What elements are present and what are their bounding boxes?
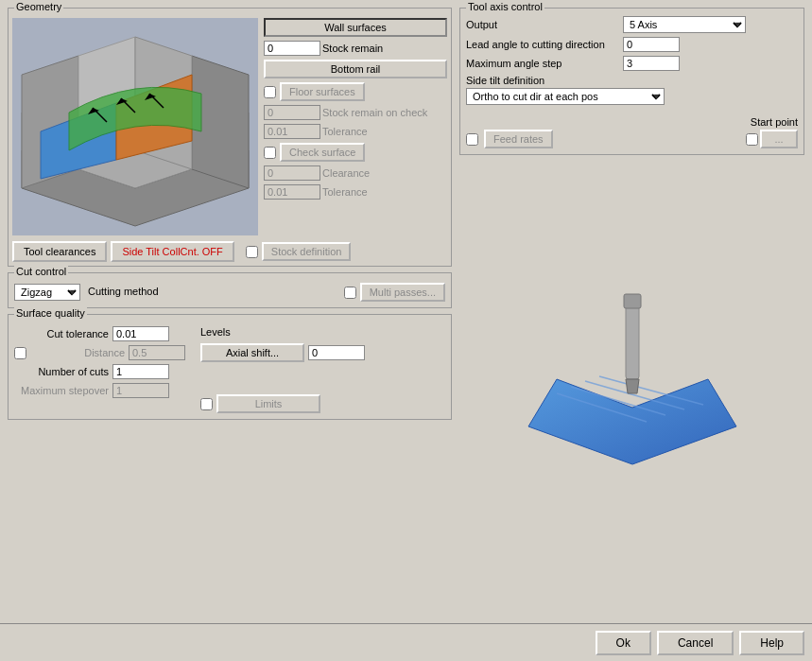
cancel-button[interactable]: Cancel (657, 631, 734, 655)
lead-angle-input[interactable] (623, 37, 680, 52)
distance-label: Distance (30, 347, 125, 358)
surface-quality-label: Surface quality (14, 307, 87, 319)
lead-angle-label: Lead angle to cutting direction (466, 39, 617, 50)
ok-button[interactable]: Ok (596, 631, 651, 655)
multi-passes-button[interactable]: Multi passes... (360, 283, 445, 302)
output-row: Output 5 Axis 3 Axis 4 Axis (466, 16, 798, 33)
cut-tolerance-label: Cut tolerance (14, 328, 109, 339)
number-of-cuts-row: Number of cuts (14, 364, 185, 379)
start-point-button[interactable]: ... (760, 130, 798, 148)
lead-angle-row: Lead angle to cutting direction (466, 37, 798, 52)
distance-row: Distance (14, 345, 185, 360)
check-surface-button[interactable]: Check surface (280, 143, 365, 162)
start-point-label: Start point (751, 116, 798, 128)
cutting-method-label: Cutting method (88, 286, 159, 297)
number-of-cuts-input[interactable] (112, 364, 169, 379)
surface-quality-section: Surface quality Cut tolerance Distance N… (8, 314, 452, 420)
axial-shift-button[interactable]: Axial shift... (200, 343, 304, 362)
cut-tolerance-input[interactable] (112, 326, 169, 341)
stock-remain-label: Stock remain (322, 43, 383, 54)
tool-axis-section: Tool axis control Output 5 Axis 3 Axis 4… (459, 8, 804, 155)
cutting-method-select[interactable]: Zigzag One way Spiral (14, 284, 80, 301)
side-tilt-def-row: Side tilt definition Ortho to cut dir at… (466, 75, 798, 105)
max-stepover-input (112, 383, 169, 398)
stock-definition-checkbox[interactable] (246, 246, 258, 258)
geometry-3d-view (12, 18, 258, 235)
geometry-controls: Wall surfaces Stock remain Bottom rail F… (264, 18, 447, 235)
stock-remain-check-label: Stock remain on check (322, 107, 427, 118)
clearance-row: Clearance (264, 165, 447, 181)
svg-marker-22 (626, 379, 639, 393)
bottom-rail-button[interactable]: Bottom rail (264, 60, 447, 78)
floor-tolerance-label: Tolerance (322, 126, 368, 137)
tool-axis-label: Tool axis control (466, 1, 544, 12)
floor-surfaces-button[interactable]: Floor surfaces (280, 82, 365, 101)
feed-rates-row: Feed rates (466, 130, 553, 148)
feed-rates-checkbox[interactable] (466, 133, 478, 146)
cutting-method-dropdown-wrapper: Zigzag One way Spiral (14, 284, 80, 301)
axial-shift-input[interactable] (308, 345, 365, 360)
max-stepover-row: Maximum stepover (14, 383, 185, 398)
tool-clearances-button[interactable]: Tool clearances (12, 241, 107, 262)
number-of-cuts-label: Number of cuts (14, 366, 109, 377)
floor-tolerance-input (264, 124, 320, 139)
stock-remain-row: Stock remain (264, 41, 447, 56)
floor-surfaces-row: Floor surfaces (264, 82, 447, 101)
check-surface-row: Check surface (264, 143, 447, 162)
check-tolerance-label: Tolerance (322, 186, 368, 198)
output-select[interactable]: 5 Axis 3 Axis 4 Axis (623, 16, 746, 33)
wall-surfaces-button[interactable]: Wall surfaces (264, 18, 447, 37)
help-button[interactable]: Help (739, 631, 804, 655)
stock-definition-button[interactable]: Stock definition (262, 242, 352, 261)
side-tilt-def-label: Side tilt definition (466, 75, 617, 86)
max-angle-step-row: Maximum angle step (466, 56, 798, 71)
side-tilt-select[interactable]: Ortho to cut dir at each pos Fixed angle… (466, 88, 665, 105)
axial-shift-row: Axial shift... (200, 343, 365, 362)
max-angle-step-label: Maximum angle step (466, 58, 617, 69)
levels-label: Levels (200, 326, 365, 338)
limits-button[interactable]: Limits (216, 394, 320, 413)
start-point-checkbox[interactable] (746, 133, 758, 146)
tool-visualization (510, 275, 755, 483)
floor-surfaces-checkbox[interactable] (264, 86, 276, 98)
svg-rect-21 (624, 294, 641, 308)
sq-left: Cut tolerance Distance Number of cuts Ma… (14, 326, 185, 413)
sq-right: Levels Axial shift... Limits (200, 326, 365, 413)
max-angle-step-input[interactable] (623, 56, 680, 71)
feed-rates-button[interactable]: Feed rates (484, 130, 553, 148)
output-label: Output (466, 19, 617, 30)
distance-checkbox[interactable] (14, 347, 26, 359)
max-stepover-label: Maximum stepover (14, 385, 109, 396)
output-dropdown-wrapper: 5 Axis 3 Axis 4 Axis (623, 16, 746, 33)
check-surface-checkbox[interactable] (264, 147, 276, 159)
cut-control-label: Cut control (14, 266, 68, 277)
geometry-label: Geometry (14, 1, 63, 12)
cut-tolerance-row: Cut tolerance (14, 326, 185, 341)
stock-remain-check-row: Stock remain on check (264, 105, 447, 120)
side-tilt-dropdown-wrapper: Ortho to cut dir at each pos Fixed angle… (466, 88, 665, 105)
multi-passes-checkbox[interactable] (344, 287, 356, 299)
cut-control-section: Cut control Zigzag One way Spiral Cuttin… (8, 272, 452, 308)
bottom-bar: Ok Cancel Help (0, 623, 812, 661)
geometry-bottom-buttons: Tool clearances Side Tilt CollCnt. OFF S… (12, 241, 447, 262)
check-tolerance-row: Tolerance (264, 184, 447, 200)
clearance-label: Clearance (322, 167, 370, 179)
geometry-section: Geometry (8, 8, 452, 267)
limits-checkbox[interactable] (200, 398, 213, 410)
distance-input (129, 345, 185, 360)
stock-remain-input[interactable] (264, 41, 320, 56)
floor-tolerance-row: Tolerance (264, 124, 447, 139)
start-point-section: Start point ... (746, 116, 798, 148)
clearance-input (264, 165, 320, 181)
stock-remain-check-input (264, 105, 320, 120)
check-tolerance-input (264, 184, 320, 200)
side-tilt-button[interactable]: Side Tilt CollCnt. OFF (111, 241, 233, 262)
svg-rect-20 (626, 304, 639, 379)
visualization-area (459, 161, 804, 598)
